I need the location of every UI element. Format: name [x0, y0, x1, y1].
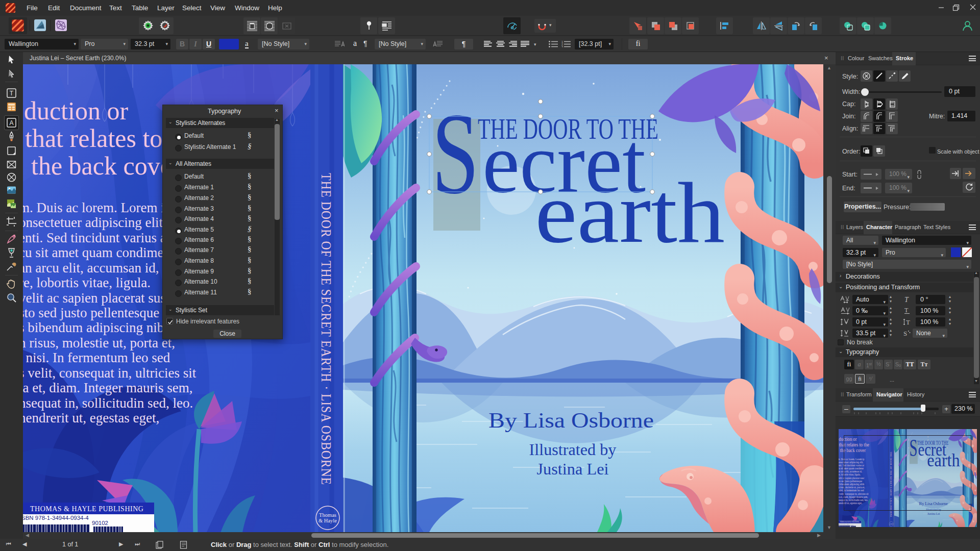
svg-text:S: S [903, 330, 907, 337]
svg-text:velit ac sapien placerat susc: velit ac sapien placerat susc [23, 290, 172, 306]
svg-text:s bibendum adipiscing nibh: s bibendum adipiscing nibh [23, 320, 171, 335]
svg-text:SBN 978-1-34944-0934-4: SBN 978-1-34944-0934-4 [23, 515, 89, 521]
svg-text:T: T [10, 90, 14, 97]
svg-text:& Hayle: & Hayle [318, 518, 337, 523]
svg-text:duction or: duction or [24, 96, 128, 125]
svg-text:the back cover: the back cover [31, 152, 180, 180]
svg-text:Justina Lei: Justina Lei [537, 460, 609, 478]
svg-text:s velit, consequat in, ultrici: s velit, consequat in, ultricies sit [23, 365, 197, 381]
svg-text:n risus, molestie ut, porta et: n risus, molestie ut, porta et, [23, 335, 175, 350]
svg-text:3: 3 [561, 45, 563, 47]
svg-text:, nisi. In fermentum leo sed: , nisi. In fermentum leo sed [23, 350, 170, 365]
svg-text:la et, diam. Integer mauris se: la et, diam. Integer mauris sem, [23, 380, 192, 395]
svg-text:T: T [904, 307, 909, 314]
svg-text:sto sed justo pellentesque: sto sed justo pellentesque [23, 305, 159, 320]
svg-text:m. Duis ac lorem. Lorem ip: m. Duis ac lorem. Lorem ip [23, 200, 172, 215]
svg-text:THOMAS & HAYLE PUBLISHING: THOMAS & HAYLE PUBLISHING [30, 505, 143, 513]
svg-text:Illustrated by: Illustrated by [529, 441, 617, 459]
svg-text:T: T [906, 318, 910, 325]
svg-text:THE DOOR OF THE SECRET EARTH ·: THE DOOR OF THE SECRET EARTH · LISA OSBO… [318, 173, 334, 485]
svg-text:cu sit amet quam condimer: cu sit amet quam condimer [23, 245, 168, 260]
svg-text:S: S [432, 89, 479, 218]
svg-text:an arcu elit, accumsan id,: an arcu elit, accumsan id, [23, 260, 159, 276]
svg-text:T: T [904, 296, 909, 303]
svg-text:earth: earth [535, 165, 725, 261]
svg-text:hendrerit ut, egestas eget,: hendrerit ut, egestas eget, [23, 410, 159, 425]
svg-text:enti. Sed tincidunt varius ar: enti. Sed tincidunt varius ar [23, 230, 171, 245]
svg-text:nsequat in, sollicitudin sed,: nsequat in, sollicitudin sed, leo. [23, 395, 193, 411]
svg-text:A: A [9, 119, 13, 127]
svg-text:90102: 90102 [92, 520, 108, 526]
svg-text:By Lisa Osborne: By Lisa Osborne [488, 409, 654, 432]
svg-text:Thomas: Thomas [319, 512, 336, 518]
svg-text:onsectetuer adipiscing elit.: onsectetuer adipiscing elit. [23, 215, 166, 230]
svg-text:re, lobortis vitae, ligula.: re, lobortis vitae, ligula. [23, 275, 151, 290]
